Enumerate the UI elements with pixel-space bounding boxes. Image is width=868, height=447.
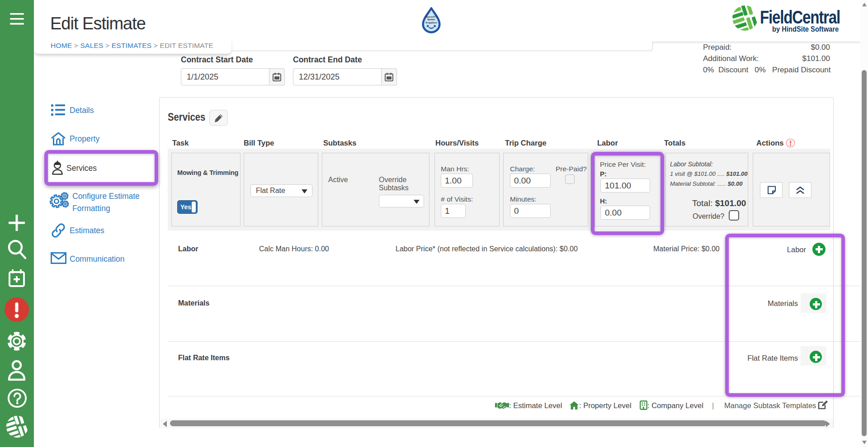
- svg-text:Bursch's: Bursch's: [425, 15, 437, 18]
- svg-text:Better: Better: [427, 18, 435, 21]
- svg-text:Irrigation: Irrigation: [425, 21, 437, 24]
